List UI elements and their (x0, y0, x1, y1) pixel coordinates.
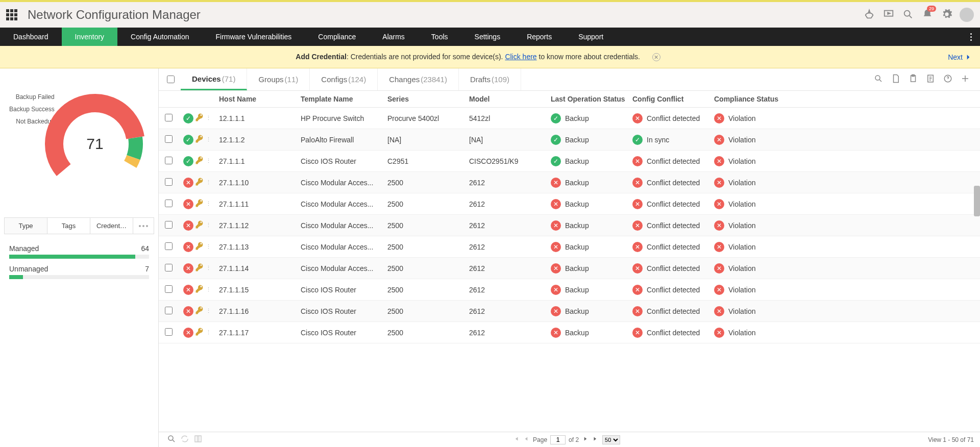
table-row[interactable]: ✓⋮ 12.1.1.2 PaloAlto Firewall [NA] [NA] … (159, 129, 980, 151)
nav-settings[interactable]: Settings (461, 28, 514, 46)
nav-reports[interactable]: Reports (513, 28, 565, 46)
nav-compliance[interactable]: Compliance (305, 28, 369, 46)
presentation-icon[interactable] (883, 9, 894, 21)
cell-series: 2500 (387, 221, 469, 230)
banner-text: : Credentials are not provided for some … (347, 53, 505, 61)
cell-compliance: Violation (728, 179, 755, 187)
table-row[interactable]: ✕⋮ 27.1.1.11 Cisco Modular Acces... 2500… (159, 193, 980, 215)
nav-support[interactable]: Support (565, 28, 617, 46)
cell-host: 12.1.1.1 (219, 114, 301, 122)
refresh-icon[interactable] (180, 434, 189, 445)
cell-template: Cisco IOS Router (301, 157, 387, 165)
plus-icon[interactable] (961, 74, 970, 85)
tab-devices[interactable]: Devices (71) (181, 68, 247, 90)
clipboard-icon[interactable] (909, 74, 918, 85)
next-button[interactable]: Next (948, 53, 972, 61)
search-icon[interactable] (874, 74, 883, 85)
compliance-status-icon: ✕ (714, 220, 724, 231)
row-checkbox[interactable] (165, 114, 173, 121)
table-row[interactable]: ✕⋮ 27.1.1.15 Cisco IOS Router 2500 2612 … (159, 279, 980, 301)
row-checkbox[interactable] (165, 135, 173, 143)
rocket-icon[interactable] (864, 9, 875, 21)
nav-alarms[interactable]: Alarms (369, 28, 418, 46)
next-page-icon[interactable] (582, 435, 589, 444)
table-row[interactable]: ✕⋮ 27.1.1.13 Cisco Modular Acces... 2500… (159, 236, 980, 258)
col-model[interactable]: Model (469, 95, 551, 103)
filter-tab-tags[interactable]: Tags (47, 218, 90, 234)
table-row[interactable]: ✕⋮ 27.1.1.17 Cisco IOS Router 2500 2612 … (159, 322, 980, 343)
conflict-status-icon: ✕ (632, 242, 643, 252)
close-icon[interactable]: ✕ (652, 53, 660, 61)
tab-groups[interactable]: Groups (11) (247, 68, 310, 90)
filter-tab-type[interactable]: Type (5, 218, 47, 234)
search-icon[interactable] (167, 434, 176, 445)
row-checkbox[interactable] (165, 178, 173, 186)
col-compliance[interactable]: Compliance Status (714, 95, 786, 103)
row-checkbox[interactable] (165, 328, 173, 336)
tab-configs[interactable]: Configs (124) (310, 68, 378, 90)
row-checkbox[interactable] (165, 157, 173, 164)
table-row[interactable]: ✓⋮ 12.1.1.1 HP Procurve Switch Procurve … (159, 108, 980, 129)
col-hostname[interactable]: Host Name (219, 95, 301, 103)
tab-drafts[interactable]: Drafts (109) (459, 68, 521, 90)
table-row[interactable]: ✕⋮ 27.1.1.16 Cisco IOS Router 2500 2612 … (159, 301, 980, 322)
cell-model: 2612 (469, 200, 551, 208)
tab-changes[interactable]: Changes (23841) (378, 68, 459, 90)
nav-config-automation[interactable]: Config Automation (117, 28, 202, 46)
cell-host: 27.1.1.10 (219, 179, 301, 187)
cell-template: Cisco Modular Acces... (301, 179, 387, 187)
cell-model: 2612 (469, 243, 551, 251)
select-all-checkbox[interactable] (167, 76, 175, 83)
table-row[interactable]: ✓⋮ 27.1.1.1 Cisco IOS Router C2951 CISCO… (159, 151, 980, 172)
status-icon: ✕ (183, 263, 193, 274)
col-last-op[interactable]: Last Operation Status (551, 95, 632, 103)
row-checkbox[interactable] (165, 221, 173, 229)
op-status-icon: ✕ (551, 285, 561, 295)
last-page-icon[interactable] (592, 435, 599, 444)
gear-icon[interactable] (941, 9, 952, 21)
table-row[interactable]: ✕⋮ 27.1.1.12 Cisco Modular Acces... 2500… (159, 215, 980, 236)
table-row[interactable]: ✕⋮ 27.1.1.10 Cisco Modular Acces... 2500… (159, 172, 980, 193)
col-series[interactable]: Series (387, 95, 469, 103)
inventory-tabs: Devices (71)Groups (11)Configs (124)Chan… (159, 68, 980, 91)
cell-conflict: Conflict detected (647, 114, 700, 122)
stat-managed[interactable]: Managed64 (9, 244, 149, 259)
nav-inventory[interactable]: Inventory (62, 28, 118, 46)
nav-firmware-vulnerabilities[interactable]: Firmware Vulnerabilities (203, 28, 305, 46)
filter-tab-credent[interactable]: Credent… (90, 218, 133, 234)
cell-series: 2500 (387, 179, 469, 187)
row-checkbox[interactable] (165, 264, 173, 271)
cell-series: C2951 (387, 157, 469, 165)
nav-tools[interactable]: Tools (418, 28, 461, 46)
search-icon[interactable] (902, 9, 914, 21)
row-checkbox[interactable] (165, 285, 173, 293)
document-icon[interactable] (926, 74, 935, 85)
prev-page-icon[interactable] (523, 435, 530, 444)
apps-menu-icon[interactable] (6, 9, 17, 20)
more-icon[interactable] (133, 218, 154, 234)
nav-overflow-icon[interactable] (962, 28, 980, 46)
key-icon (195, 284, 204, 295)
page-size-select[interactable]: 50 (602, 435, 620, 444)
key-icon (195, 113, 204, 123)
pdf-export-icon[interactable] (891, 74, 900, 85)
row-checkbox[interactable] (165, 242, 173, 250)
stat-unmanaged[interactable]: Unmanaged7 (9, 265, 149, 279)
table-row[interactable]: ✕⋮ 27.1.1.14 Cisco Modular Acces... 2500… (159, 258, 980, 279)
row-checkbox[interactable] (165, 200, 173, 207)
op-status-icon: ✕ (551, 242, 561, 252)
nav-dashboard[interactable]: Dashboard (0, 28, 62, 46)
cell-model: 2612 (469, 221, 551, 230)
scrollbar[interactable] (974, 186, 980, 216)
columns-icon[interactable] (193, 434, 203, 445)
col-template[interactable]: Template Name (301, 95, 387, 103)
first-page-icon[interactable] (512, 435, 520, 444)
page-input[interactable] (550, 435, 566, 444)
bell-icon[interactable]: 29 (922, 9, 933, 21)
col-config-conflict[interactable]: Config Conflict (632, 95, 714, 103)
avatar[interactable] (960, 8, 974, 22)
help-icon[interactable] (943, 74, 952, 85)
status-icon: ✕ (183, 242, 193, 252)
row-checkbox[interactable] (165, 307, 173, 314)
banner-link[interactable]: Click here (505, 53, 536, 61)
